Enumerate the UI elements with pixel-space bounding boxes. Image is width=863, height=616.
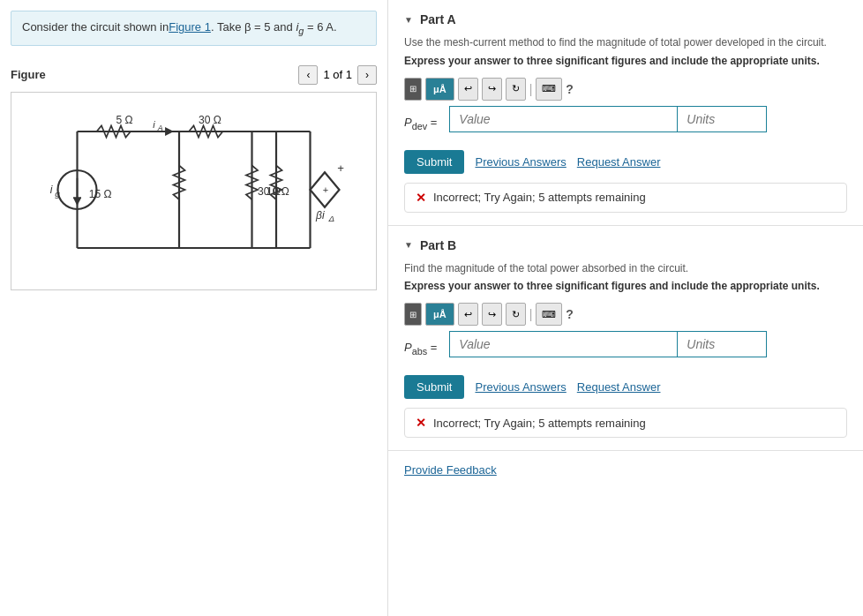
next-figure-button[interactable]: › [357, 65, 377, 85]
left-panel: Consider the circuit shown inFigure 1. T… [0, 0, 388, 616]
ua-button-a[interactable]: μÅ [425, 78, 454, 101]
svg-text:g: g [55, 188, 60, 198]
refresh-button-b[interactable]: ↻ [506, 303, 526, 326]
problem-statement: Consider the circuit shown inFigure 1. T… [11, 11, 377, 46]
right-panel: ▼ Part A Use the mesh-current method to … [388, 0, 863, 616]
svg-text:A: A [157, 123, 163, 131]
part-b-submit-button[interactable]: Submit [404, 375, 464, 399]
part-b-request-answer-button[interactable]: Request Answer [577, 380, 661, 394]
undo-button-a[interactable]: ↩ [458, 78, 478, 101]
part-b-title: Part B [420, 238, 456, 252]
part-a-previous-answers-button[interactable]: Previous Answers [475, 155, 566, 169]
provide-feedback-link[interactable]: Provide Feedback [388, 451, 863, 489]
figure-nav: ‹ 1 of 1 › [298, 65, 377, 85]
part-a-toolbar: ⊞ μÅ ↩ ↪ ↻ | ⌨ ? [404, 78, 847, 101]
part-b-submit-row: Submit Previous Answers Request Answer [404, 375, 847, 399]
redo-button-a[interactable]: ↪ [482, 78, 502, 101]
svg-text:5 Ω: 5 Ω [116, 114, 133, 126]
grid-button-b[interactable]: ⊞ [404, 303, 422, 326]
svg-text:+: + [323, 184, 328, 195]
part-a-answer-wrapper: Pdev = [404, 106, 847, 141]
part-a-instruction2: Express your answer to three significant… [404, 54, 847, 69]
part-a-units-input[interactable] [678, 107, 766, 131]
part-b-units-input[interactable] [678, 332, 766, 357]
part-a-instruction1: Use the mesh-current method to find the … [404, 35, 847, 50]
part-a-submit-row: Submit Previous Answers Request Answer [404, 150, 847, 174]
part-b-incorrect-text: Incorrect; Try Again; 5 attempts remaini… [433, 417, 646, 430]
toolbar-sep-b: | [529, 307, 533, 321]
part-b-instruction2: Express your answer to three significant… [404, 279, 847, 294]
part-a-title: Part A [420, 12, 456, 26]
problem-text: Consider the circuit shown in [22, 20, 169, 34]
part-a-value-input[interactable] [450, 107, 678, 131]
prev-figure-button[interactable]: ‹ [298, 65, 318, 85]
part-b-label: Pabs = [404, 341, 437, 357]
figure-nav-text: 1 of 1 [323, 68, 352, 81]
figure-link[interactable]: Figure 1 [169, 20, 211, 34]
part-b-x-icon: ✕ [416, 416, 426, 430]
part-b-toolbar: ⊞ μÅ ↩ ↪ ↻ | ⌨ ? [404, 303, 847, 326]
part-b-section: ▼ Part B Find the magnitude of the total… [388, 226, 863, 452]
refresh-button-a[interactable]: ↻ [506, 78, 526, 101]
part-a-submit-button[interactable]: Submit [404, 150, 464, 174]
problem-text3: = 6 A. [304, 20, 336, 34]
part-b-answer-row [449, 331, 767, 357]
svg-text:i: i [153, 118, 155, 129]
toolbar-sep-a: | [529, 82, 533, 96]
svg-text:15 Ω: 15 Ω [89, 187, 112, 199]
circuit-svg: i g 5 Ω i A 15 Ω [11, 93, 376, 287]
help-button-a[interactable]: ? [566, 82, 574, 96]
part-a-collapse-icon: ▼ [404, 15, 413, 25]
part-b-incorrect-box: ✕ Incorrect; Try Again; 5 attempts remai… [404, 408, 847, 438]
grid-button-a[interactable]: ⊞ [404, 78, 422, 101]
part-a-incorrect-text: Incorrect; Try Again; 5 attempts remaini… [433, 191, 646, 204]
part-b-header[interactable]: ▼ Part B [404, 238, 847, 252]
part-a-label: Pdev = [404, 116, 437, 131]
part-a-request-answer-button[interactable]: Request Answer [577, 155, 661, 169]
problem-text2: . Take β = 5 and [211, 20, 296, 34]
keyboard-button-a[interactable]: ⌨ [536, 78, 562, 101]
help-button-b[interactable]: ? [566, 307, 574, 321]
svg-text:30 Ω: 30 Ω [199, 114, 221, 126]
figure-title: Figure [11, 68, 46, 81]
svg-text:i: i [50, 184, 53, 196]
figure-header: Figure ‹ 1 of 1 › [11, 65, 377, 85]
part-a-answer-row [449, 106, 767, 132]
part-b-value-input[interactable] [450, 332, 678, 357]
part-a-header[interactable]: ▼ Part A [404, 12, 847, 26]
keyboard-button-b[interactable]: ⌨ [536, 303, 562, 326]
part-b-collapse-icon: ▼ [404, 240, 413, 250]
svg-text:βi: βi [315, 209, 325, 222]
circuit-diagram: i g 5 Ω i A 15 Ω [11, 92, 377, 290]
redo-button-b[interactable]: ↪ [482, 303, 502, 326]
figure-scroll-area: Figure ‹ 1 of 1 › [0, 56, 387, 616]
part-a-section: ▼ Part A Use the mesh-current method to … [388, 0, 863, 226]
svg-text:Δ: Δ [327, 214, 334, 223]
ua-button-b[interactable]: μÅ [425, 303, 454, 326]
part-b-answer-wrapper: Pabs = [404, 331, 847, 366]
figure-area: Figure ‹ 1 of 1 › [0, 56, 387, 299]
undo-button-b[interactable]: ↩ [458, 303, 478, 326]
part-a-x-icon: ✕ [416, 191, 426, 205]
part-b-previous-answers-button[interactable]: Previous Answers [475, 380, 566, 394]
part-a-incorrect-box: ✕ Incorrect; Try Again; 5 attempts remai… [404, 183, 847, 213]
svg-text:+: + [337, 162, 344, 175]
part-b-instruction1: Find the magnitude of the total power ab… [404, 261, 847, 276]
ig-subscript: ig [296, 20, 304, 34]
